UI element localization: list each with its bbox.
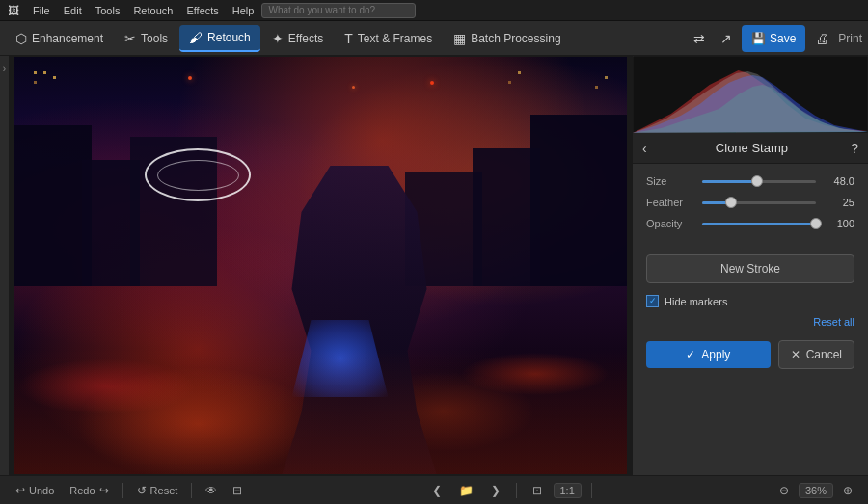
street-glow xyxy=(14,349,627,474)
reset-all-link[interactable]: Reset all xyxy=(813,316,854,328)
toolbar: ⬡ Enhancement ✂ Tools 🖌 Retouch ✦ Effect… xyxy=(0,21,868,56)
separator-3 xyxy=(516,483,517,498)
tools-label: Tools xyxy=(141,32,168,45)
hide-markers-label: Hide markers xyxy=(665,296,727,307)
check-icon: ✓ xyxy=(649,297,657,305)
zoom-out-icon: ⊖ xyxy=(779,484,789,497)
effects-icon: ✦ xyxy=(272,31,284,46)
save-button[interactable]: 💾 Save xyxy=(742,25,805,52)
print-label: Print xyxy=(838,32,862,45)
panel-title: Clone Stamp xyxy=(653,141,852,155)
retouch-label: Retouch xyxy=(207,31,251,44)
cancel-label: Cancel xyxy=(806,348,842,361)
undo-icon: ↩ xyxy=(15,484,25,497)
text-frames-icon: T xyxy=(344,31,353,46)
tools-button[interactable]: ✂ Tools xyxy=(115,25,177,52)
menu-tools[interactable]: Tools xyxy=(90,5,126,16)
nav-prev-icon: ❮ xyxy=(432,484,442,497)
canvas-image xyxy=(14,57,627,474)
enhancement-button[interactable]: ⬡ Enhancement xyxy=(6,25,113,52)
undo-button[interactable]: ↩ Undo xyxy=(10,481,60,500)
size-thumb[interactable] xyxy=(751,175,763,187)
print-icon-button[interactable]: 🖨 xyxy=(809,27,834,50)
save-label: Save xyxy=(770,32,796,45)
hide-markers-checkbox[interactable]: ✓ xyxy=(646,295,659,307)
export-button[interactable]: ↗ xyxy=(715,27,738,50)
menu-retouch[interactable]: Retouch xyxy=(127,5,178,16)
apply-button[interactable]: ✓ Apply xyxy=(646,341,771,368)
panel-back-button[interactable]: ‹ xyxy=(642,141,653,156)
fit-screen-button[interactable]: ⊡ xyxy=(527,481,548,500)
expand-left-icon[interactable]: › xyxy=(3,64,6,74)
feather-value: 25 xyxy=(824,197,854,208)
app-icon: 🖼 xyxy=(8,4,21,17)
title-bar: 🖼 File Edit Tools Retouch Effects Help xyxy=(0,0,868,21)
sliders-section: Size 48.0 Feather 25 Opacity xyxy=(633,164,868,251)
show-hide-button[interactable]: 👁 xyxy=(200,481,223,500)
tools-icon: ✂ xyxy=(124,31,136,46)
redo-button[interactable]: Redo ↪ xyxy=(64,481,114,500)
action-buttons: ✓ Apply ✕ Cancel xyxy=(633,332,868,377)
effects-button[interactable]: ✦ Effects xyxy=(262,25,333,52)
zoom-out-button[interactable]: ⊖ xyxy=(773,481,795,500)
new-stroke-button[interactable]: New Stroke xyxy=(646,254,854,283)
opacity-label: Opacity xyxy=(646,218,694,229)
opacity-value: 100 xyxy=(824,218,854,229)
histogram-svg xyxy=(633,56,868,133)
panel-help-button[interactable]: ? xyxy=(851,141,858,156)
enhancement-icon: ⬡ xyxy=(15,31,27,46)
nav-prev-button[interactable]: ❮ xyxy=(426,481,448,500)
cancel-x-icon: ✕ xyxy=(791,348,800,361)
reset-label: Reset xyxy=(150,485,178,496)
undo-label: Undo xyxy=(29,485,54,496)
retouch-button[interactable]: 🖌 Retouch xyxy=(179,25,260,52)
size-label: Size xyxy=(646,175,694,187)
opacity-row: Opacity 100 xyxy=(646,218,854,229)
redo-label: Redo xyxy=(69,485,95,496)
text-frames-button[interactable]: T Text & Frames xyxy=(335,25,442,52)
separator-1 xyxy=(122,483,123,498)
menu-effects[interactable]: Effects xyxy=(180,5,224,16)
size-slider[interactable] xyxy=(702,180,816,183)
share-button[interactable]: ⇄ xyxy=(688,27,711,50)
feather-slider[interactable] xyxy=(702,201,816,204)
bottom-bar: ↩ Undo Redo ↪ ↺ Reset 👁 ⊟ ❮ 📁 ❯ ⊡ 1:1 ⊖ xyxy=(0,475,868,504)
opacity-thumb[interactable] xyxy=(810,218,822,229)
redo-icon: ↪ xyxy=(99,484,109,497)
fit-icon: ⊡ xyxy=(532,484,542,497)
menu-edit[interactable]: Edit xyxy=(58,5,88,16)
menu-help[interactable]: Help xyxy=(227,5,260,16)
zoom-ratio: 1:1 xyxy=(554,483,582,498)
compare-button[interactable]: ⊟ xyxy=(227,481,248,500)
batch-label: Batch Processing xyxy=(471,32,560,45)
menu-file[interactable]: File xyxy=(27,5,56,16)
zoom-in-icon: ⊕ xyxy=(843,484,853,497)
canvas-area[interactable] xyxy=(10,56,632,475)
size-value: 48.0 xyxy=(824,175,854,187)
feather-thumb[interactable] xyxy=(725,197,737,208)
search-input[interactable] xyxy=(268,5,403,15)
size-fill xyxy=(702,180,757,183)
feather-row: Feather 25 xyxy=(646,197,854,208)
save-icon: 💾 xyxy=(751,32,766,45)
hide-markers-row: ✓ Hide markers xyxy=(633,287,868,311)
nav-next-button[interactable]: ❯ xyxy=(485,481,506,500)
right-panel: ‹ Clone Stamp ? Size 48.0 Feather xyxy=(632,56,868,475)
zoom-percent-display: 36% xyxy=(799,483,833,498)
folder-button[interactable]: 📁 xyxy=(453,481,479,500)
batch-processing-button[interactable]: ▦ Batch Processing xyxy=(444,25,570,52)
search-bar[interactable] xyxy=(261,3,416,18)
menu-bar: File Edit Tools Retouch Effects Help xyxy=(27,3,860,18)
zoom-in-button[interactable]: ⊕ xyxy=(837,481,858,500)
reset-button[interactable]: ↺ Reset xyxy=(131,481,184,500)
opacity-fill xyxy=(702,223,816,225)
cancel-button[interactable]: ✕ Cancel xyxy=(778,340,854,369)
apply-check-icon: ✓ xyxy=(686,348,695,361)
toolbar-right: ⇄ ↗ 💾 Save 🖨 Print xyxy=(688,25,862,52)
main-area: › xyxy=(0,56,868,475)
separator-2 xyxy=(191,483,192,498)
histogram xyxy=(633,56,868,133)
feather-label: Feather xyxy=(646,197,694,208)
apply-label: Apply xyxy=(701,348,730,361)
opacity-slider[interactable] xyxy=(702,223,816,225)
